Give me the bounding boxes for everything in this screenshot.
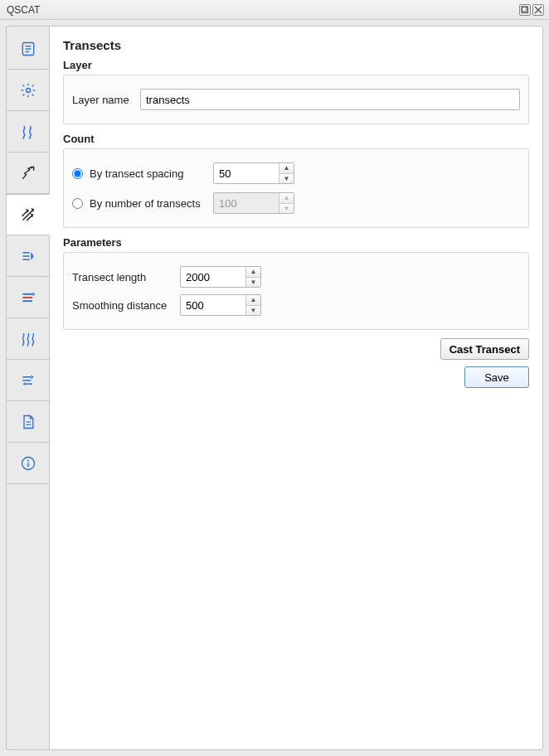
content-area: Transects Layer Layer name Count By tran… [49, 26, 543, 750]
section-parameters-title: Parameters [63, 236, 529, 249]
sidebar-item-compute[interactable] [7, 235, 49, 277]
sidebar-item-export[interactable] [7, 360, 49, 401]
radio-by-spacing[interactable]: By transect spacing [72, 167, 213, 180]
sidebar-item-transects[interactable] [7, 194, 50, 235]
layer-group: Layer name [63, 75, 529, 124]
cast-transect-button[interactable]: Cast Transect [440, 338, 529, 360]
sidebar-item-overview[interactable] [7, 28, 49, 70]
number-value [214, 193, 279, 213]
sidebar-item-baseline[interactable] [7, 153, 49, 194]
detach-button[interactable] [519, 4, 531, 16]
length-step-up[interactable]: ▲ [246, 267, 260, 278]
length-spinbox[interactable]: ▲ ▼ [180, 266, 261, 288]
info-icon [19, 454, 37, 472]
length-value[interactable] [181, 267, 245, 287]
radio-by-number-input[interactable] [72, 198, 83, 209]
zigzag-up-icon [19, 164, 37, 182]
flow-return-icon [19, 371, 37, 390]
spacing-step-up[interactable]: ▲ [279, 163, 294, 174]
window-title: QSCAT [5, 4, 517, 16]
spacing-spinbox[interactable]: ▲ ▼ [213, 162, 294, 184]
smoothing-spinbox[interactable]: ▲ ▼ [180, 294, 261, 316]
radio-by-number-label: By number of transects [90, 197, 201, 210]
triple-wave-icon [19, 330, 37, 348]
gear-icon [19, 81, 37, 99]
transect-length-label: Transect length [72, 271, 180, 284]
sidebar [6, 26, 49, 750]
flow-right-icon [19, 247, 37, 265]
parameters-group: Transect length ▲ ▼ Smoothing distance ▲… [63, 252, 529, 330]
close-button[interactable] [532, 4, 544, 16]
number-spinbox: ▲ ▼ [213, 192, 294, 214]
section-layer-title: Layer [63, 59, 529, 71]
stack-colored-icon [19, 288, 37, 307]
number-step-up: ▲ [279, 193, 294, 204]
svg-point-6 [26, 88, 30, 92]
sidebar-item-about[interactable] [7, 443, 49, 484]
section-count-title: Count [63, 133, 529, 145]
svg-point-10 [27, 459, 29, 461]
smoothing-label: Smoothing distance [72, 299, 180, 312]
radio-by-number[interactable]: By number of transects [72, 197, 213, 210]
spacing-value[interactable] [214, 163, 279, 183]
smoothing-value[interactable] [181, 295, 245, 315]
smoothing-step-down[interactable]: ▼ [246, 306, 260, 316]
transects-icon [19, 206, 37, 224]
number-step-down: ▼ [279, 204, 294, 214]
document-icon [19, 413, 37, 431]
sidebar-item-shorelines[interactable] [7, 111, 49, 153]
waves-icon [19, 123, 37, 141]
page-title: Transects [63, 38, 529, 52]
sidebar-item-report[interactable] [7, 401, 49, 443]
sidebar-item-compare[interactable] [7, 277, 49, 318]
sidebar-item-rates[interactable] [7, 318, 49, 360]
radio-by-spacing-input[interactable] [72, 168, 83, 179]
layer-name-input[interactable] [140, 89, 520, 110]
count-group: By transect spacing ▲ ▼ By number of tra… [63, 148, 529, 228]
radio-by-spacing-label: By transect spacing [90, 167, 183, 180]
smoothing-step-up[interactable]: ▲ [246, 295, 260, 306]
save-button[interactable]: Save [464, 366, 529, 388]
list-icon [19, 40, 37, 58]
sidebar-item-settings[interactable] [7, 70, 49, 111]
spacing-step-down[interactable]: ▼ [279, 174, 294, 184]
titlebar: QSCAT [0, 0, 549, 20]
layer-name-label: Layer name [72, 94, 140, 106]
length-step-down[interactable]: ▼ [246, 278, 260, 288]
